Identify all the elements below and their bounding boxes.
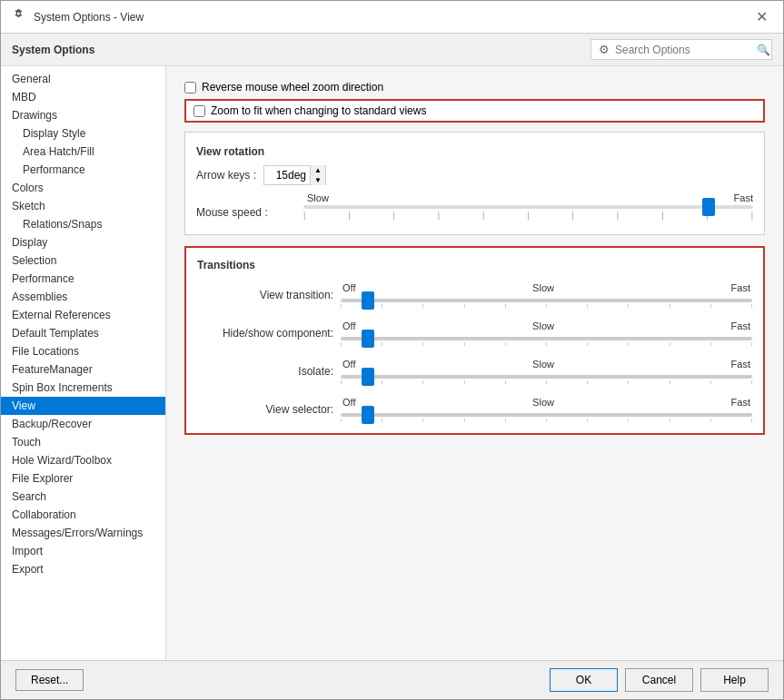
arrow-keys-row: Arrow keys : ▲ ▼ — [196, 165, 753, 185]
sidebar-item-touch[interactable]: Touch — [1, 433, 165, 451]
hs-thumb[interactable] — [362, 330, 374, 348]
sidebar: General MBD Drawings Display Style Area … — [1, 66, 166, 660]
footer: Reset... OK Cancel Help — [1, 660, 783, 699]
view-selector-slider: Off Slow Fast — [341, 397, 752, 422]
deg-spinners: ▲ ▼ — [310, 165, 325, 185]
title-bar: System Options - View ✕ — [1, 1, 783, 34]
hs-ticks — [341, 342, 752, 346]
sidebar-item-search[interactable]: Search — [1, 488, 165, 506]
close-button[interactable]: ✕ — [750, 6, 772, 28]
search-box: ⚙ 🔍 — [590, 39, 772, 60]
speed-fast-label: Fast — [734, 192, 753, 203]
vt-fast: Fast — [731, 282, 750, 293]
sidebar-item-performance[interactable]: Performance — [1, 270, 165, 288]
view-transition-ticks — [341, 304, 752, 308]
sidebar-item-export[interactable]: Export — [1, 560, 165, 578]
sidebar-item-general[interactable]: General — [1, 70, 165, 88]
zoom-to-fit-checkbox[interactable] — [194, 105, 205, 117]
iso-slow: Slow — [532, 359, 554, 370]
sidebar-item-sketch[interactable]: Sketch — [1, 197, 165, 215]
iso-labels: Off Slow Fast — [341, 359, 752, 370]
sidebar-item-messages[interactable]: Messages/Errors/Warnings — [1, 524, 165, 542]
sidebar-item-assemblies[interactable]: Assemblies — [1, 288, 165, 306]
transition-isolate-label: Isolate: — [197, 365, 333, 378]
content-area: General MBD Drawings Display Style Area … — [1, 66, 783, 660]
speed-labels-row: Slow Fast — [196, 192, 753, 203]
sidebar-item-colors[interactable]: Colors — [1, 179, 165, 197]
deg-down-button[interactable]: ▼ — [311, 175, 325, 185]
breadcrumb: System Options — [12, 44, 94, 56]
gear-icon-search: ⚙ — [599, 43, 610, 56]
search-icon: 🔍 — [757, 44, 770, 56]
hs-off: Off — [342, 320, 355, 331]
mouse-speed-label: Mouse speed : — [196, 206, 296, 219]
main-panel: Reverse mouse wheel zoom direction Zoom … — [166, 66, 783, 660]
view-transition-thumb[interactable] — [362, 291, 374, 310]
transitions-title: Transitions — [197, 259, 752, 271]
search-input[interactable] — [615, 44, 751, 56]
sidebar-item-relations-snaps[interactable]: Relations/Snaps — [1, 215, 165, 233]
sidebar-item-external-refs[interactable]: External References — [1, 306, 165, 324]
view-transition-slider: Off Slow Fast — [341, 282, 752, 308]
vt-off: Off — [342, 282, 355, 293]
isolate-slider: Off Slow Fast — [341, 359, 752, 384]
vs-track — [341, 413, 752, 417]
iso-fast: Fast — [731, 359, 750, 370]
transition-isolate-row: Isolate: Off Slow Fast — [197, 359, 752, 384]
sidebar-item-featuremanager[interactable]: FeatureManager — [1, 360, 165, 379]
toolbar: System Options ⚙ 🔍 — [1, 34, 783, 66]
sidebar-item-default-templates[interactable]: Default Templates — [1, 324, 165, 342]
sidebar-item-display[interactable]: Display — [1, 233, 165, 251]
vs-fast: Fast — [731, 397, 750, 408]
sidebar-item-view[interactable]: View — [1, 397, 165, 415]
sidebar-item-mbd[interactable]: MBD — [1, 88, 165, 106]
sidebar-item-file-explorer[interactable]: File Explorer — [1, 469, 165, 488]
sidebar-item-performance-drawings[interactable]: Performance — [1, 161, 165, 179]
zoom-to-fit-label: Zoom to fit when changing to standard vi… — [211, 104, 426, 117]
help-button[interactable]: Help — [700, 668, 769, 692]
hide-show-slider: Off Slow Fast — [341, 320, 752, 346]
view-transition-track — [341, 299, 752, 302]
iso-thumb[interactable] — [362, 368, 374, 386]
reset-button[interactable]: Reset... — [15, 669, 84, 691]
dialog-buttons: OK Cancel Help — [550, 668, 769, 692]
arrow-keys-label: Arrow keys : — [196, 169, 256, 182]
vs-thumb[interactable] — [362, 406, 374, 424]
sidebar-item-file-locations[interactable]: File Locations — [1, 342, 165, 360]
iso-off: Off — [342, 359, 355, 370]
app-icon — [12, 8, 26, 25]
mouse-speed-thumb[interactable] — [702, 198, 715, 216]
sidebar-item-collaboration[interactable]: Collaboration — [1, 506, 165, 524]
ok-button[interactable]: OK — [550, 668, 618, 692]
hs-fast: Fast — [731, 320, 750, 331]
transition-view-selector-label: View selector: — [197, 403, 333, 416]
iso-ticks — [341, 380, 752, 384]
transition-view-label: View transition: — [197, 289, 333, 301]
hs-labels: Off Slow Fast — [341, 320, 752, 331]
transitions-box: Transitions View transition: Off Slow Fa… — [184, 246, 765, 435]
arrow-keys-spinner: ▲ ▼ — [263, 165, 326, 185]
vs-off: Off — [342, 397, 355, 408]
sidebar-item-spin-box[interactable]: Spin Box Increments — [1, 379, 165, 397]
vs-labels: Off Slow Fast — [341, 397, 752, 408]
sidebar-item-hole-wizard[interactable]: Hole Wizard/Toolbox — [1, 451, 165, 469]
view-rotation-title: View rotation — [196, 145, 753, 158]
sidebar-item-area-hatch[interactable]: Area Hatch/Fill — [1, 143, 165, 161]
sidebar-item-backup[interactable]: Backup/Recover — [1, 415, 165, 433]
sidebar-item-import[interactable]: Import — [1, 542, 165, 560]
mouse-speed-slider-wrapper: ||| ||| ||| || — [303, 205, 753, 220]
transition-hide-label: Hide/show component: — [197, 327, 333, 340]
vt-slow: Slow — [532, 282, 554, 293]
transition-view-row: View transition: Off Slow Fast — [197, 282, 752, 308]
sidebar-item-selection[interactable]: Selection — [1, 251, 165, 270]
deg-up-button[interactable]: ▲ — [311, 165, 325, 175]
cancel-button[interactable]: Cancel — [625, 668, 693, 692]
reverse-mouse-wheel-checkbox[interactable] — [184, 82, 196, 94]
sidebar-item-display-style[interactable]: Display Style — [1, 124, 165, 143]
title-bar-left: System Options - View — [12, 8, 144, 25]
transition-view-selector-row: View selector: Off Slow Fast — [197, 397, 752, 422]
hs-track — [341, 337, 752, 340]
sidebar-item-drawings[interactable]: Drawings — [1, 106, 165, 124]
arrow-keys-input[interactable] — [264, 167, 310, 183]
checkbox-row-2-highlighted: Zoom to fit when changing to standard vi… — [184, 99, 765, 123]
